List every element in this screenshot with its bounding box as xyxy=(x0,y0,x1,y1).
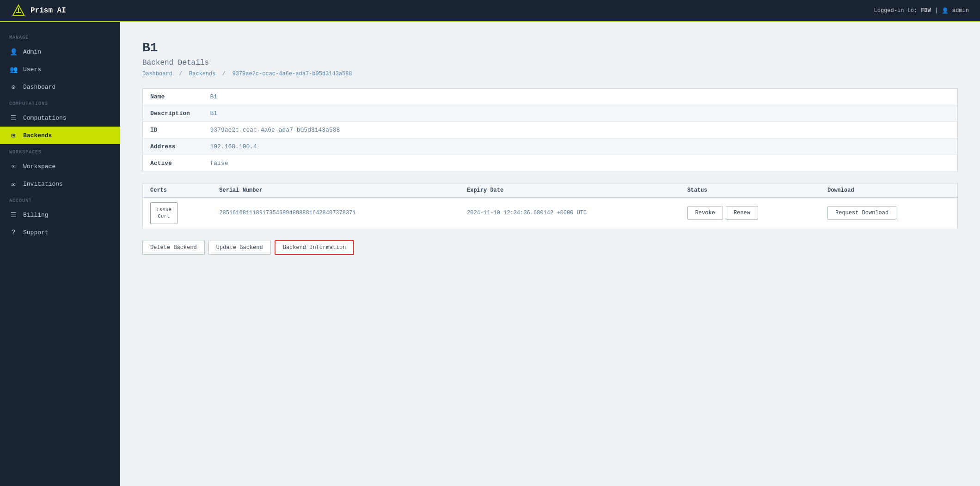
active-value: false xyxy=(203,155,958,172)
certs-table: Certs Serial Number Expiry Date Status D… xyxy=(142,183,958,229)
id-label: ID xyxy=(143,122,203,139)
sidebar: MANAGE 👤 Admin 👥 Users ⊙ Dashboard COMPU… xyxy=(0,22,120,486)
sidebar-item-computations[interactable]: ☰ Computations xyxy=(0,109,120,127)
sidebar-item-workspace-label: Workspace xyxy=(23,163,55,170)
id-value: 9379ae2c-ccac-4a6e-ada7-b05d3143a588 xyxy=(203,122,958,139)
users-icon: 👥 xyxy=(9,65,18,73)
manage-section-label: MANAGE xyxy=(0,30,120,43)
table-row: ID 9379ae2c-ccac-4a6e-ada7-b05d3143a588 xyxy=(143,122,958,139)
sidebar-item-dashboard[interactable]: ⊙ Dashboard xyxy=(0,78,120,96)
logo: Prism AI xyxy=(11,3,66,18)
support-icon: ? xyxy=(9,228,18,237)
status-header: Status xyxy=(680,183,820,198)
issue-cert-button[interactable]: IssueCert xyxy=(150,202,178,224)
revoke-button[interactable]: Revoke xyxy=(687,206,723,220)
topbar: Prism AI Logged-in to: FDW | 👤 admin xyxy=(0,0,980,22)
active-label: Active xyxy=(143,155,203,172)
issue-cert-cell: IssueCert xyxy=(143,198,212,229)
address-label: Address xyxy=(143,139,203,155)
user-icon: 👤 xyxy=(942,7,949,14)
breadcrumb-id: 9379ae2c-ccac-4a6e-ada7-b05d3143a588 xyxy=(232,71,352,77)
sidebar-item-billing[interactable]: ☰ Billing xyxy=(0,206,120,224)
backend-information-button[interactable]: Backend Information xyxy=(275,240,355,255)
delete-backend-button[interactable]: Delete Backend xyxy=(142,241,205,255)
org-name: FDW xyxy=(921,7,931,14)
sidebar-item-invitations[interactable]: ✉ Invitations xyxy=(0,175,120,193)
topbar-right: Logged-in to: FDW | 👤 admin xyxy=(874,7,969,14)
serial-number-header: Serial Number xyxy=(212,183,459,198)
sidebar-item-billing-label: Billing xyxy=(23,212,49,219)
sidebar-item-support[interactable]: ? Support xyxy=(0,224,120,241)
address-value: 192.168.100.4 xyxy=(203,139,958,155)
breadcrumb-backends: Backends xyxy=(189,71,216,77)
workspaces-section-label: WORKSPACES xyxy=(0,144,120,158)
table-row: Name B1 xyxy=(143,89,958,105)
sidebar-item-workspace[interactable]: ⊡ Workspace xyxy=(0,158,120,175)
page-title: B1 xyxy=(142,41,958,55)
table-row: Address 192.168.100.4 xyxy=(143,139,958,155)
sidebar-item-admin[interactable]: 👤 Admin xyxy=(0,43,120,61)
certs-row: IssueCert 285161681118917354689489888164… xyxy=(143,198,958,229)
page-subtitle: Backend Details xyxy=(142,59,958,67)
username: admin xyxy=(952,7,969,14)
separator: | xyxy=(935,7,938,14)
request-download-button[interactable]: Request Download xyxy=(827,206,896,220)
sidebar-item-dashboard-label: Dashboard xyxy=(23,84,55,91)
breadcrumb: Dashboard / Backends / 9379ae2c-ccac-4a6… xyxy=(142,71,958,77)
status-cell: Revoke Renew xyxy=(680,198,820,229)
logo-text: Prism AI xyxy=(31,6,66,15)
sidebar-item-backends-label: Backends xyxy=(23,132,52,139)
logged-in-label: Logged-in to: xyxy=(874,7,918,14)
account-section-label: ACCOUNT xyxy=(0,193,120,206)
sidebar-item-admin-label: Admin xyxy=(23,49,41,55)
sidebar-item-users[interactable]: 👥 Users xyxy=(0,61,120,78)
sidebar-item-computations-label: Computations xyxy=(23,115,67,122)
sidebar-item-backends[interactable]: ⊞ Backends xyxy=(0,127,120,144)
backends-icon: ⊞ xyxy=(9,131,18,140)
computations-section-label: COMPUTATIONS xyxy=(0,96,120,109)
main-content: B1 Backend Details Dashboard / Backends … xyxy=(120,22,980,486)
serial-number-value: 2851616811189173546894898881642840737837… xyxy=(212,198,459,229)
sidebar-item-support-label: Support xyxy=(23,229,49,236)
workspace-icon: ⊡ xyxy=(9,162,18,170)
table-row: Description B1 xyxy=(143,105,958,122)
dashboard-icon: ⊙ xyxy=(9,83,18,91)
action-buttons: Delete Backend Update Backend Backend In… xyxy=(142,240,958,255)
download-header: Download xyxy=(820,183,958,198)
detail-table: Name B1 Description B1 ID 9379ae2c-ccac-… xyxy=(142,88,958,172)
description-value: B1 xyxy=(203,105,958,122)
certs-label: Certs xyxy=(143,183,212,198)
computations-icon: ☰ xyxy=(9,114,18,122)
sidebar-item-invitations-label: Invitations xyxy=(23,181,63,188)
description-label: Description xyxy=(143,105,203,122)
expiry-date-value: 2024-11-10 12:34:36.680142 +0000 UTC xyxy=(459,198,680,229)
table-row: Active false xyxy=(143,155,958,172)
expiry-date-header: Expiry Date xyxy=(459,183,680,198)
invitations-icon: ✉ xyxy=(9,180,18,188)
admin-icon: 👤 xyxy=(9,48,18,56)
update-backend-button[interactable]: Update Backend xyxy=(208,241,271,255)
sidebar-item-users-label: Users xyxy=(23,66,41,73)
name-label: Name xyxy=(143,89,203,105)
billing-icon: ☰ xyxy=(9,211,18,219)
renew-button[interactable]: Renew xyxy=(726,206,758,220)
breadcrumb-dashboard: Dashboard xyxy=(142,71,172,77)
name-value: B1 xyxy=(203,89,958,105)
download-cell: Request Download xyxy=(820,198,958,229)
